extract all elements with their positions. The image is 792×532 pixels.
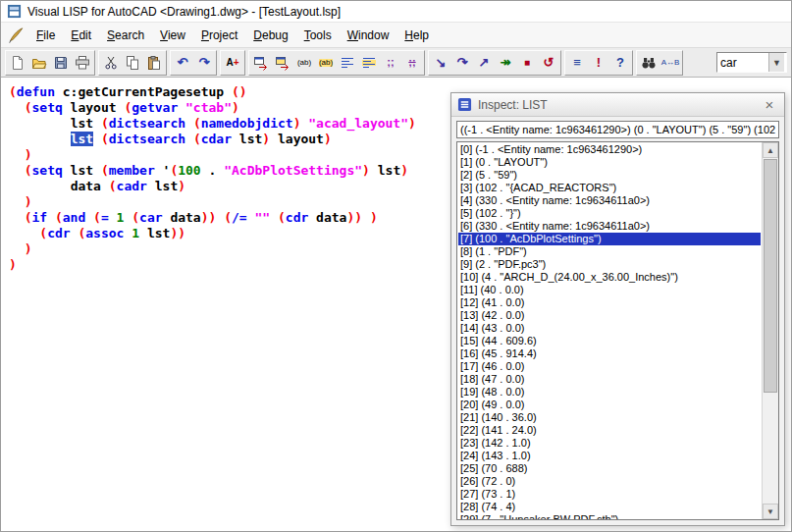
step-into-button[interactable]: ↘ xyxy=(430,52,451,74)
format-edit-window-button[interactable] xyxy=(337,52,358,74)
uncomment-block-button[interactable]: ;; xyxy=(401,52,423,74)
menu-help[interactable]: Help xyxy=(396,24,437,47)
inspect-title-bar[interactable]: Inspect: LIST × xyxy=(451,93,784,117)
toolbar-group: (ab)(ab);;;; xyxy=(248,50,425,76)
inspect-window: Inspect: LIST × ((-1 . <Entity name: 1c9… xyxy=(450,92,785,526)
list-item[interactable]: [19] (48 . 0.0) xyxy=(458,386,761,399)
list-item[interactable]: [3] (102 . "{ACAD_REACTORS") xyxy=(458,182,761,194)
complete-word-button[interactable]: A+ xyxy=(222,52,243,74)
symbol-combo[interactable]: ▼ xyxy=(716,52,787,73)
list-item[interactable]: [7] (100 . "AcDbPlotSettings") xyxy=(458,233,761,245)
new-file-icon xyxy=(10,55,26,71)
help-button[interactable]: ? xyxy=(609,52,631,74)
new-file-button[interactable] xyxy=(7,52,28,74)
title-bar: Visual LISP for AutoCAD <Drawing1.dwg> -… xyxy=(1,1,791,23)
redo-button[interactable]: ↷ xyxy=(193,52,215,74)
scrollbar[interactable]: ▲ ▼ xyxy=(762,142,778,519)
reset-button[interactable]: ↺ xyxy=(538,52,559,74)
menu-project[interactable]: Project xyxy=(193,24,245,47)
check-edit-window-button[interactable]: (ab) xyxy=(293,52,315,74)
scroll-down-icon[interactable]: ▼ xyxy=(763,504,778,519)
find-button[interactable] xyxy=(638,52,660,74)
list-item[interactable]: [0] (-1 . <Entity name: 1c963461290>) xyxy=(458,143,761,156)
list-item[interactable]: [14] (43 . 0.0) xyxy=(458,322,761,335)
list-item[interactable]: [25] (70 . 688) xyxy=(458,462,761,475)
scrollbar-thumb[interactable] xyxy=(764,159,777,393)
list-item[interactable]: [20] (49 . 0.0) xyxy=(458,399,761,411)
list-item[interactable]: [22] (141 . 24.0) xyxy=(458,424,761,437)
toolbar-group xyxy=(98,50,167,76)
reset-icon: ↺ xyxy=(544,56,554,69)
check-edit-window-icon: (ab) xyxy=(297,59,311,67)
menu-tools[interactable]: Tools xyxy=(296,24,340,47)
check-selection-button[interactable]: (ab) xyxy=(315,52,337,74)
load-selection-button[interactable] xyxy=(272,52,293,74)
help-icon: ? xyxy=(616,56,624,69)
menu-bar: FileEditSearchViewProjectDebugToolsWindo… xyxy=(1,23,791,48)
load-selection-icon xyxy=(275,55,290,71)
cut-button[interactable] xyxy=(100,52,122,74)
load-active-window-button[interactable] xyxy=(250,52,272,74)
list-item[interactable]: [11] (40 . 0.0) xyxy=(458,284,761,296)
list-item[interactable]: [29] (7 . "Hunsaker BW PDF.ctb") xyxy=(458,513,761,520)
list-item[interactable]: [17] (46 . 0.0) xyxy=(458,360,761,373)
list-item[interactable]: [16] (45 . 914.4) xyxy=(458,347,761,360)
list-item[interactable]: [1] (0 . "LAYOUT") xyxy=(458,156,761,169)
toolbar-group: ↶↷ xyxy=(170,50,217,76)
list-item[interactable]: [8] (1 . "PDF") xyxy=(458,245,761,258)
list-item[interactable]: [23] (142 . 1.0) xyxy=(458,437,761,450)
menu-file[interactable]: File xyxy=(28,24,63,47)
find-replace-button[interactable]: A↔B xyxy=(660,52,681,74)
complete-word-icon: A+ xyxy=(226,58,238,68)
list-item[interactable]: [24] (143 . 1.0) xyxy=(458,450,761,462)
list-item[interactable]: [4] (330 . <Entity name: 1c9634611a0>) xyxy=(458,194,761,207)
menu-view[interactable]: View xyxy=(152,24,193,47)
list-item[interactable]: [21] (140 . 36.0) xyxy=(458,411,761,424)
list-item[interactable]: [27] (73 . 1) xyxy=(458,488,761,501)
list-item[interactable]: [5] (102 . "}") xyxy=(458,207,761,220)
list-item[interactable]: [12] (41 . 0.0) xyxy=(458,296,761,309)
toolbar-group: ↘↷↗↠■↺ xyxy=(428,50,561,76)
quit-button[interactable]: ■ xyxy=(516,52,538,74)
chevron-down-icon[interactable]: ▼ xyxy=(768,53,784,72)
list-item[interactable]: [18] (47 . 0.0) xyxy=(458,373,761,386)
toolbar-group: A↔B xyxy=(636,50,683,76)
list-item[interactable]: [2] (5 . "59") xyxy=(458,169,761,182)
list-item[interactable]: [9] (2 . "PDF.pc3") xyxy=(458,258,761,271)
list-item[interactable]: [15] (44 . 609.6) xyxy=(458,335,761,347)
quit-icon: ■ xyxy=(524,58,530,68)
paste-icon xyxy=(146,55,162,71)
copy-button[interactable] xyxy=(122,52,143,74)
toolbar: ↶↷A+(ab)(ab);;;;↘↷↗↠■↺≡!?A↔B ▼ xyxy=(1,48,791,78)
save-file-button[interactable] xyxy=(50,52,72,74)
step-over-button[interactable]: ↷ xyxy=(451,52,473,74)
menu-debug[interactable]: Debug xyxy=(245,24,295,47)
last-break-button[interactable]: ! xyxy=(588,52,609,74)
list-item[interactable]: [28] (74 . 4) xyxy=(458,501,761,513)
window-title: Visual LISP for AutoCAD <Drawing1.dwg> -… xyxy=(27,5,341,19)
error-trace-button[interactable]: ≡ xyxy=(566,52,588,74)
symbol-combo-input[interactable] xyxy=(717,54,768,71)
menu-search[interactable]: Search xyxy=(99,24,152,47)
toolbar-group xyxy=(5,50,95,76)
scroll-up-icon[interactable]: ▲ xyxy=(763,142,778,158)
print-button[interactable] xyxy=(72,52,93,74)
format-selection-button[interactable] xyxy=(358,52,380,74)
list-item[interactable]: [26] (72 . 0) xyxy=(458,475,761,488)
menu-edit[interactable]: Edit xyxy=(63,24,99,47)
inspect-value-field[interactable]: ((-1 . <Entity name: 1c963461290>) (0 . … xyxy=(456,121,779,138)
list-item[interactable]: [10] (4 . "ARCH_D_(24.00_x_36.00_Inches)… xyxy=(458,271,761,284)
undo-button[interactable]: ↶ xyxy=(172,52,193,74)
step-out-button[interactable]: ↗ xyxy=(473,52,495,74)
comment-block-icon: ;; xyxy=(387,57,394,68)
list-item[interactable]: [6] (330 . <Entity name: 1c9634611a0>) xyxy=(458,220,761,233)
comment-block-button[interactable]: ;; xyxy=(380,52,401,74)
paste-button[interactable] xyxy=(143,52,165,74)
toolbar-group: A+ xyxy=(220,50,245,76)
step-over-icon: ↷ xyxy=(457,56,468,69)
continue-button[interactable]: ↠ xyxy=(495,52,516,74)
menu-window[interactable]: Window xyxy=(340,24,397,47)
close-icon[interactable]: × xyxy=(761,97,778,112)
list-item[interactable]: [13] (42 . 0.0) xyxy=(458,309,761,322)
open-file-button[interactable] xyxy=(28,52,50,74)
